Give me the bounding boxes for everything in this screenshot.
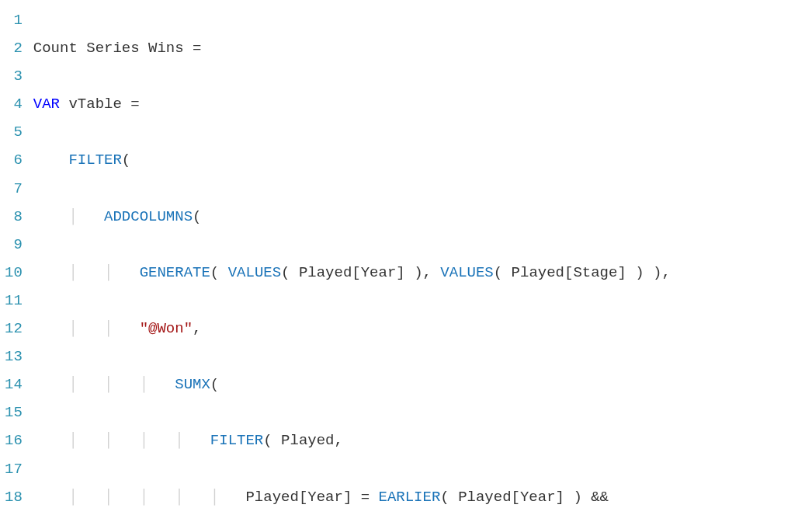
fn-filter: FILTER (68, 151, 121, 169)
line-number: 4 (5, 90, 23, 118)
and-op: && (591, 489, 609, 506)
line-number: 10 (5, 259, 23, 287)
equals: = (130, 96, 139, 113)
fn-values: VALUES (440, 264, 493, 281)
line-number: 2 (5, 34, 23, 62)
line-number: 11 (5, 287, 23, 315)
code-editor[interactable]: 1 2 3 4 5 6 7 8 9 10 11 12 13 14 15 16 1… (0, 6, 812, 529)
line-number: 9 (5, 231, 23, 259)
line-number: 8 (5, 203, 23, 231)
line-number: 3 (5, 62, 23, 90)
table: Played (281, 432, 334, 449)
code-line[interactable]: Count Series Wins = (33, 34, 812, 62)
str-won: "@Won" (140, 320, 193, 337)
line-number: 12 (5, 315, 23, 343)
fn-addcolumns: ADDCOLUMNS (104, 208, 193, 225)
fn-earlier: EARLIER (379, 489, 441, 506)
line-number: 14 (5, 371, 23, 398)
code-line[interactable]: VAR vTable = (33, 90, 812, 118)
line-number-gutter: 1 2 3 4 5 6 7 8 9 10 11 12 13 14 15 16 1… (0, 6, 33, 529)
line-number: 13 (5, 343, 23, 371)
fn-filter: FILTER (210, 432, 263, 449)
line-number: 17 (5, 455, 23, 483)
code-line[interactable]: FILTER( (33, 146, 812, 174)
fn-values: VALUES (228, 264, 281, 281)
line-number: 16 (5, 426, 23, 454)
line-number: 15 (5, 398, 23, 426)
code-line[interactable]: │ │ "@Won", (33, 315, 812, 343)
var-keyword: VAR (33, 96, 60, 113)
code-area[interactable]: Count Series Wins = VAR vTable = FILTER(… (33, 6, 812, 529)
line-number: 18 (5, 483, 23, 511)
code-line[interactable]: │ │ GENERATE( VALUES( Played[Year] ), VA… (33, 259, 812, 287)
col-stage: Played[Stage] (512, 264, 626, 281)
code-line[interactable]: │ │ │ │ │ Played[Year] = EARLIER( Played… (33, 483, 812, 511)
col-year: Played[Year] (458, 489, 564, 506)
col-year: Played[Year] (299, 264, 405, 281)
var-name: vTable (68, 96, 121, 113)
col-year: Played[Year] (245, 489, 352, 506)
line-number: 6 (5, 146, 23, 174)
code-line[interactable]: │ │ │ │ FILTER( Played, (33, 426, 812, 454)
fn-sumx: SUMX (175, 376, 210, 393)
line-number: 5 (5, 118, 23, 146)
code-line[interactable]: │ ADDCOLUMNS( (33, 203, 812, 231)
line-number: 1 (5, 6, 23, 34)
equals: = (193, 40, 201, 57)
measure-name: Count Series Wins (33, 40, 184, 57)
fn-generate: GENERATE (140, 264, 210, 281)
code-line[interactable]: │ │ │ SUMX( (33, 371, 812, 398)
line-number: 7 (5, 175, 23, 203)
